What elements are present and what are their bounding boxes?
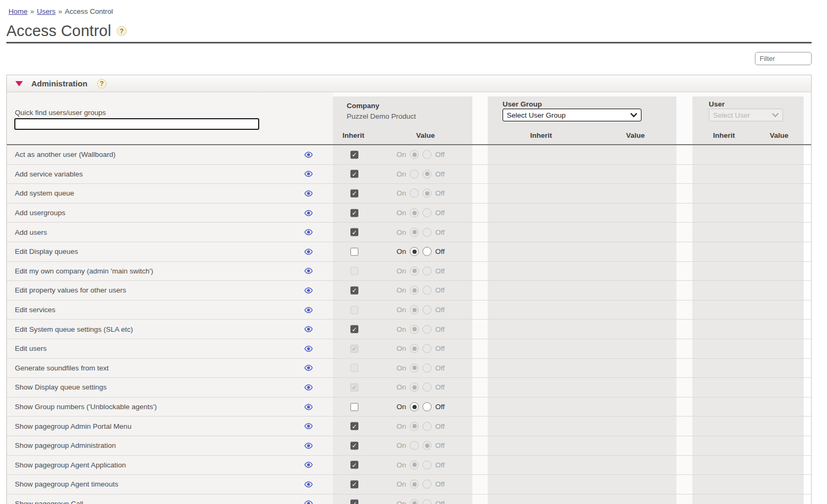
user-cell — [692, 417, 804, 436]
user-cell — [692, 436, 804, 455]
inherit-checkbox[interactable] — [350, 325, 358, 333]
table-row: Show Display queue settings On Off — [7, 378, 811, 397]
company-name: Puzzel Demo Product — [347, 112, 416, 120]
visibility-eye-icon[interactable] — [303, 209, 314, 217]
value-on-radio — [410, 208, 419, 217]
quick-find-label: Quick find users/user groups — [15, 109, 106, 117]
permission-label: Act as another user (Wallboard) — [7, 151, 116, 158]
section-header-administration[interactable]: Administration ? — [7, 75, 811, 92]
company-cell: On Off — [333, 165, 472, 184]
column-gutter — [472, 242, 488, 261]
value-off-radio[interactable] — [423, 402, 432, 411]
permission-label: Show Group numbers ('Unblockable agents'… — [7, 403, 157, 411]
value-off-radio[interactable] — [423, 247, 432, 256]
value-off-radio — [423, 189, 432, 198]
section-title: Administration — [31, 79, 87, 88]
access-control-panel: Administration ? Quick find users/user g… — [6, 75, 812, 504]
company-value-header: Value — [416, 131, 435, 139]
value-off-radio — [423, 286, 432, 295]
column-gutter — [472, 262, 488, 281]
inherit-checkbox[interactable] — [350, 500, 358, 504]
visibility-eye-icon[interactable] — [303, 364, 314, 372]
visibility-eye-icon[interactable] — [303, 441, 314, 450]
user-group-select[interactable]: Select User Group — [503, 109, 641, 121]
value-on-radio — [410, 499, 419, 504]
user-group-cell — [488, 417, 676, 436]
visibility-eye-icon[interactable] — [303, 344, 314, 353]
inherit-checkbox[interactable] — [350, 480, 358, 488]
company-cell: On Off — [333, 242, 472, 261]
company-cell: On Off — [333, 417, 472, 436]
value-on-radio[interactable] — [410, 247, 419, 256]
collapse-triangle-icon[interactable] — [15, 81, 23, 86]
visibility-eye-icon[interactable] — [303, 461, 314, 469]
visibility-eye-icon[interactable] — [303, 383, 314, 392]
visibility-eye-icon[interactable] — [303, 228, 314, 236]
user-group-cell — [488, 204, 676, 223]
breadcrumb-users-link[interactable]: Users — [37, 7, 56, 15]
visibility-eye-icon[interactable] — [303, 151, 314, 159]
table-row: Edit property values for other users On … — [7, 281, 811, 300]
user-cell — [692, 397, 804, 417]
table-row: Add system queue On Off — [7, 184, 811, 204]
company-cell: On Off — [333, 281, 472, 300]
visibility-eye-icon[interactable] — [303, 170, 314, 178]
on-label: On — [397, 344, 406, 352]
inherit-checkbox[interactable] — [350, 441, 358, 449]
column-gutter — [676, 339, 692, 358]
value-on-radio — [410, 461, 419, 470]
inherit-checkbox[interactable] — [350, 151, 358, 158]
page-help-icon[interactable]: ? — [117, 26, 127, 36]
inherit-checkbox[interactable] — [350, 422, 358, 430]
visibility-eye-icon[interactable] — [303, 499, 314, 504]
value-on-radio — [410, 228, 419, 237]
off-label: Off — [435, 403, 445, 411]
visibility-eye-icon[interactable] — [303, 189, 314, 198]
off-label: Off — [435, 480, 445, 488]
table-row: Show pagegroup Admin Portal Menu On Off — [7, 417, 811, 436]
inherit-checkbox[interactable] — [350, 209, 358, 217]
column-gutter — [676, 436, 692, 455]
permission-label: Show pagegroup Admin Portal Menu — [7, 422, 131, 430]
company-cell: On Off — [333, 339, 472, 358]
table-row: Edit my own company (admin 'main switch'… — [7, 262, 811, 281]
company-cell: On Off — [333, 184, 472, 203]
inherit-checkbox[interactable] — [350, 170, 358, 178]
on-label: On — [397, 209, 406, 217]
on-label: On — [397, 170, 406, 178]
visibility-eye-icon[interactable] — [303, 267, 314, 275]
value-off-radio — [423, 461, 432, 470]
breadcrumb-home-link[interactable]: Home — [8, 7, 28, 15]
visibility-eye-icon[interactable] — [303, 422, 314, 430]
on-label: On — [397, 500, 406, 504]
value-off-radio — [423, 228, 432, 237]
visibility-eye-icon[interactable] — [303, 403, 314, 411]
visibility-eye-icon[interactable] — [303, 325, 314, 333]
value-off-radio — [423, 208, 432, 217]
permission-label: Edit Display queues — [7, 247, 78, 255]
filter-input[interactable] — [755, 52, 812, 65]
visibility-eye-icon[interactable] — [303, 247, 314, 256]
value-on-radio — [410, 189, 419, 198]
company-cell: On Off — [333, 223, 472, 242]
inherit-checkbox[interactable] — [350, 228, 358, 236]
quick-find-input[interactable] — [14, 118, 259, 130]
inherit-checkbox[interactable] — [350, 247, 358, 255]
section-help-icon[interactable]: ? — [97, 79, 107, 89]
visibility-eye-icon[interactable] — [303, 480, 314, 489]
breadcrumb: Home»Users»Access Control — [8, 7, 113, 15]
value-on-radio — [410, 170, 419, 179]
inherit-checkbox[interactable] — [350, 461, 358, 469]
value-off-radio — [423, 150, 432, 159]
inherit-checkbox[interactable] — [350, 189, 358, 197]
value-on-radio — [410, 325, 419, 334]
user-group-cell — [488, 475, 676, 494]
visibility-eye-icon[interactable] — [303, 286, 314, 295]
off-label: Off — [435, 306, 445, 314]
inherit-checkbox[interactable] — [350, 286, 358, 294]
inherit-checkbox[interactable] — [350, 403, 358, 411]
visibility-eye-icon[interactable] — [303, 306, 314, 314]
value-on-radio[interactable] — [410, 402, 419, 411]
company-cell: On Off — [333, 145, 472, 164]
on-label: On — [397, 364, 406, 372]
